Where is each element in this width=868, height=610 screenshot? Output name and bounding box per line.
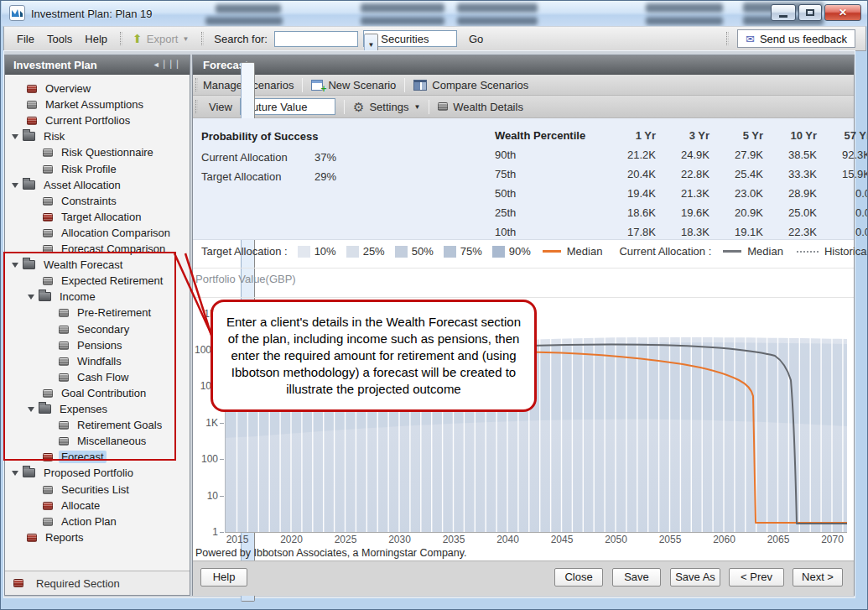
sidebar-item-constraints[interactable]: Constraints: [43, 193, 119, 209]
compare-scenarios-button[interactable]: Compare Scenarios: [413, 79, 528, 91]
feedback-label: Send us feedback: [760, 33, 847, 45]
new-scenario-button[interactable]: New Scenario: [311, 79, 396, 91]
save-button[interactable]: Save: [612, 568, 661, 587]
percentile-row-label: 90th: [495, 149, 602, 161]
percentile-value: 25.4K: [709, 168, 763, 180]
legend-current-label: Current Allocation :: [619, 245, 711, 258]
legend-median-label: Median: [747, 245, 783, 258]
legend-band-label: 10%: [314, 245, 336, 258]
blurred-content: [457, 17, 538, 25]
percentile-row-label: 50th: [495, 187, 602, 200]
x-tick-label: 2060: [706, 534, 743, 545]
percentile-row-label: 25th: [495, 206, 602, 219]
column-header: 5 Yr: [709, 125, 763, 147]
menu-tools[interactable]: Tools: [47, 33, 72, 45]
sidebar-item-label: Current Portfolios: [43, 114, 133, 127]
toolbar-grip: [120, 32, 122, 45]
search-input[interactable]: [274, 31, 358, 47]
sidebar-collapse-button[interactable]: ◄ ▏▏▏: [153, 60, 184, 69]
percentile-value: 18.3K: [656, 226, 709, 238]
x-tick-label: 2065: [760, 534, 797, 545]
probability-row: Target Allocation29%: [201, 167, 336, 186]
settings-button[interactable]: ⚙ Settings ▼: [353, 101, 420, 113]
sidebar-item-securities-list[interactable]: Securities List: [43, 482, 132, 498]
folder-icon: [23, 132, 35, 141]
save-as-button[interactable]: Save As: [670, 568, 720, 587]
forecast-summary: Probability of Success Current Allocatio…: [193, 118, 854, 240]
section-icon: [27, 101, 37, 109]
minimize-button[interactable]: [771, 4, 796, 21]
percentile-value: 28.9K: [763, 187, 817, 200]
sidebar-item-reports[interactable]: Reports: [27, 529, 86, 545]
percentile-table-title: Wealth Percentile: [495, 125, 602, 147]
percentile-value: 0.0: [817, 206, 868, 219]
sidebar-item-label: Asset Allocation: [41, 179, 123, 191]
wealth-details-button[interactable]: Wealth Details: [438, 101, 523, 113]
percentile-row-label: 75th: [495, 168, 602, 180]
view-select[interactable]: Future Value ▼: [240, 98, 335, 115]
toolbar-grip: [201, 32, 204, 45]
next-button[interactable]: Next >: [793, 568, 843, 587]
probability-label: Target Allocation: [201, 170, 314, 183]
gear-icon: ⚙: [353, 101, 364, 113]
toolbar-grip: [195, 100, 198, 113]
menu-file[interactable]: File: [17, 33, 34, 45]
expand-icon[interactable]: [12, 183, 18, 188]
percentile-value: 25.0K: [763, 206, 817, 219]
sidebar-item-asset-allocation[interactable]: Asset Allocation: [12, 177, 123, 193]
x-tick-label: 2055: [652, 534, 689, 545]
compare-scenarios-icon: [413, 80, 427, 91]
percentile-value: 38.5K: [763, 149, 817, 161]
probability-title: Probability of Success: [201, 126, 336, 148]
sidebar-item-label: Risk: [41, 130, 67, 143]
required-section-icon: [27, 117, 37, 125]
y-tick-mark: [220, 496, 224, 497]
column-header: 3 Yr: [656, 125, 709, 147]
export-icon: ⬆: [133, 33, 143, 44]
sidebar-item-action-plan[interactable]: Action Plan: [43, 514, 119, 529]
y-tick-label: 1: [193, 525, 218, 539]
legend-band-label: 25%: [363, 245, 385, 258]
percentile-value: 18.6K: [602, 206, 656, 219]
close-button[interactable]: ✕: [824, 4, 861, 21]
percentile-value: 92.3K: [817, 149, 868, 161]
blurred-content: [216, 4, 281, 13]
legend-band-label: 75%: [460, 245, 482, 258]
required-section-icon: [43, 213, 53, 222]
sidebar-item-overview[interactable]: Overview: [27, 81, 93, 96]
prev-button[interactable]: < Prev: [729, 568, 784, 587]
sidebar-item-proposed-portfolio[interactable]: Proposed Portfolio: [12, 465, 136, 481]
menu-help[interactable]: Help: [85, 33, 107, 45]
sidebar-item-label: Risk Profile: [59, 163, 119, 175]
percentile-value: 20.9K: [709, 206, 763, 219]
maximize-button[interactable]: [798, 4, 822, 21]
toolbar-grip: [195, 78, 198, 91]
sidebar-item-risk-profile[interactable]: Risk Profile: [43, 161, 119, 177]
close-icon: ✕: [839, 7, 847, 18]
sidebar-item-risk-questionnaire[interactable]: Risk Questionnaire: [43, 144, 156, 160]
sidebar-item-target-allocation[interactable]: Target Allocation: [43, 209, 143, 225]
close-plan-button[interactable]: Close: [554, 568, 603, 587]
action-button-bar: Help Close Save Save As < Prev Next >: [193, 560, 854, 596]
sidebar-item-market-assumptions[interactable]: Market Assumptions: [27, 96, 146, 112]
folder-icon: [23, 180, 35, 190]
blurred-content: [205, 17, 283, 25]
sidebar-item-current-portfolios[interactable]: Current Portfolios: [27, 112, 133, 128]
help-button[interactable]: Help: [200, 568, 247, 587]
legend-band-swatch: [444, 246, 456, 258]
percentile-value: 33.3K: [763, 168, 817, 180]
expand-icon[interactable]: [12, 134, 18, 139]
required-section-icon: [27, 534, 37, 542]
sidebar-item-label: Constraints: [59, 195, 119, 207]
export-button[interactable]: ⬆ Export ▼: [133, 33, 189, 45]
chart-legend: Target Allocation :10%25%50%75%90%Median…: [201, 245, 868, 258]
sidebar-item-label: Target Allocation: [59, 211, 143, 223]
expand-icon[interactable]: [12, 471, 18, 476]
sidebar-item-label: Reports: [43, 531, 86, 544]
go-button[interactable]: Go: [469, 33, 483, 45]
sidebar-item-allocate[interactable]: Allocate: [43, 498, 102, 514]
sidebar-item-allocation-comparison[interactable]: Allocation Comparison: [43, 225, 173, 241]
send-feedback-button[interactable]: ✉ Send us feedback: [737, 29, 855, 48]
search-scope-select[interactable]: In Securities ▼: [363, 30, 457, 47]
sidebar-item-risk[interactable]: Risk: [12, 128, 67, 144]
